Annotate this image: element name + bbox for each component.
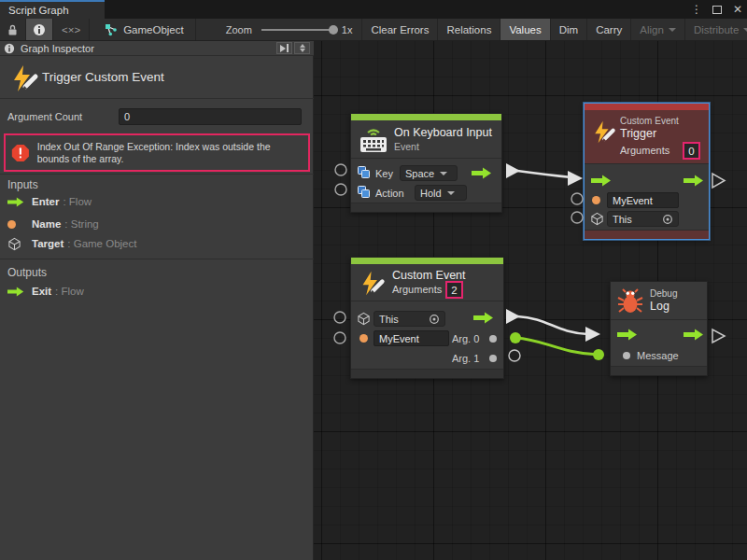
flow-out-port[interactable] xyxy=(473,312,494,324)
error-text: Index Out Of Range Exception: Index was … xyxy=(37,141,303,164)
gameobject-selector[interactable]: GameObject xyxy=(90,19,196,40)
event-name-field[interactable]: MyEvent xyxy=(374,330,449,346)
wire-source-port[interactable] xyxy=(506,309,520,324)
maximize-icon[interactable] xyxy=(710,2,725,17)
inspector-header: Graph Inspector xyxy=(0,41,314,56)
target-value: This xyxy=(379,314,399,325)
chevron-down-icon xyxy=(669,28,676,32)
port-name: Name xyxy=(32,218,61,230)
cube-icon xyxy=(357,312,371,326)
flow-in-port[interactable] xyxy=(617,329,638,341)
message-port[interactable] xyxy=(623,352,630,359)
dim-button[interactable]: Dim xyxy=(551,19,587,40)
node-category: Debug xyxy=(650,288,677,299)
menu-icon[interactable]: ⋮ xyxy=(689,2,704,17)
relations-button[interactable]: Relations xyxy=(438,19,500,40)
chevron-down-icon xyxy=(447,191,455,195)
argument-count-input[interactable]: 0 xyxy=(119,108,302,125)
argument-count-label: Argument Count xyxy=(7,111,82,122)
clear-errors-button[interactable]: Clear Errors xyxy=(362,19,438,40)
arg0-port[interactable] xyxy=(489,335,497,343)
action-value: Hold xyxy=(420,188,442,199)
customevent-target-port[interactable] xyxy=(334,312,345,323)
arg1-external-port[interactable] xyxy=(509,350,520,361)
node-debug-log[interactable]: Debug Log Message xyxy=(610,281,708,376)
debug-exit-port[interactable] xyxy=(712,329,725,343)
key-dropdown[interactable]: Space xyxy=(400,165,458,181)
port-type: : String xyxy=(64,218,98,230)
divider xyxy=(0,259,314,259)
distribute-button[interactable]: Distribute xyxy=(685,19,747,40)
trigger-exit-port[interactable] xyxy=(712,174,725,188)
cube-icon xyxy=(7,237,21,251)
error-icon xyxy=(11,142,30,164)
keyboard-key-port[interactable] xyxy=(335,164,346,175)
customevent-name-port[interactable] xyxy=(334,332,345,343)
input-row-name: Name : String xyxy=(7,217,99,231)
wire-customevent-to-debug xyxy=(517,316,588,334)
updown-spinner-icon xyxy=(300,44,305,52)
arguments-count-box[interactable]: 0 xyxy=(683,142,700,160)
dock-toggle-button[interactable] xyxy=(276,42,292,54)
target-dropdown[interactable]: This xyxy=(607,211,679,227)
arguments-label: Arguments xyxy=(620,145,669,156)
arg0-wire-port[interactable] xyxy=(510,332,521,343)
target-dropdown[interactable]: This xyxy=(374,311,445,327)
flow-arrow-icon xyxy=(7,287,24,297)
port-type: : Flow xyxy=(55,286,84,297)
trigger-target-port[interactable] xyxy=(571,212,583,223)
zoom-slider[interactable] xyxy=(261,29,334,31)
target-value: This xyxy=(613,214,632,225)
flow-out-port[interactable] xyxy=(684,329,704,341)
object-picker-icon xyxy=(429,314,440,325)
node-subtitle: Event xyxy=(394,141,419,152)
node-trigger-custom-event[interactable]: Custom Event Trigger Arguments 0 MyEvent… xyxy=(584,103,710,240)
port-type: : Game Object xyxy=(67,238,136,249)
custom-event-icon xyxy=(359,269,386,298)
inspector-toggle-button[interactable] xyxy=(26,19,53,40)
node-category: Custom Event xyxy=(620,116,679,126)
flow-in-port[interactable] xyxy=(591,175,612,187)
message-wire-port[interactable] xyxy=(593,349,604,360)
code-preview-button[interactable]: <×> xyxy=(53,19,90,40)
node-color-bar xyxy=(351,114,501,120)
carry-button[interactable]: Carry xyxy=(587,19,631,40)
event-name-field[interactable]: MyEvent xyxy=(607,192,679,208)
graph-toolbar: <×> GameObject Zoom 1x Clear Errors Rela… xyxy=(0,19,747,41)
panel-reorder-button[interactable] xyxy=(294,42,310,54)
lock-button[interactable] xyxy=(0,19,26,40)
key-value: Space xyxy=(405,168,434,179)
output-row-exit: Exit : Flow xyxy=(7,284,84,299)
node-custom-event[interactable]: Custom Event Arguments 2 This MyEvent Ar… xyxy=(350,257,504,379)
keycode-icon xyxy=(358,186,370,198)
align-button[interactable]: Align xyxy=(631,19,685,40)
string-port-icon xyxy=(359,334,368,343)
wire-arrowhead xyxy=(585,327,600,342)
trigger-name-port[interactable] xyxy=(571,193,583,204)
node-header: Custom Event Arguments 2 xyxy=(351,264,503,301)
zoom-value: 1x xyxy=(342,24,353,35)
input-row-enter: Enter : Flow xyxy=(7,194,92,209)
wire-source-port[interactable] xyxy=(506,163,520,178)
graph-canvas[interactable]: On Keyboard Input Event Key Space Action… xyxy=(314,41,747,560)
zoom-control: Zoom 1x xyxy=(196,19,363,40)
arg0-label: Arg. 0 xyxy=(452,333,479,344)
action-dropdown[interactable]: Hold xyxy=(415,185,467,201)
graph-inspector-panel: Graph Inspector Trigger Custom Event Arg… xyxy=(0,41,314,560)
keyboard-action-port[interactable] xyxy=(335,184,346,195)
arg1-port[interactable] xyxy=(489,355,497,362)
node-on-keyboard-input[interactable]: On Keyboard Input Event Key Space Action… xyxy=(350,113,502,213)
inspector-title: Graph Inspector xyxy=(21,43,275,54)
flow-out-port[interactable] xyxy=(472,167,492,179)
flow-out-port[interactable] xyxy=(684,175,704,187)
node-error-bar xyxy=(585,104,709,110)
zoom-slider-handle[interactable] xyxy=(329,25,338,35)
arguments-count-box[interactable]: 2 xyxy=(445,281,463,299)
string-port-icon xyxy=(7,220,16,229)
node-footer xyxy=(351,203,501,212)
values-button[interactable]: Values xyxy=(500,19,550,40)
close-icon[interactable]: ✕ xyxy=(730,2,745,17)
unit-title: Trigger Custom Event xyxy=(42,70,164,84)
tab-script-graph[interactable]: Script Graph xyxy=(0,0,105,19)
tab-label: Script Graph xyxy=(8,5,69,16)
